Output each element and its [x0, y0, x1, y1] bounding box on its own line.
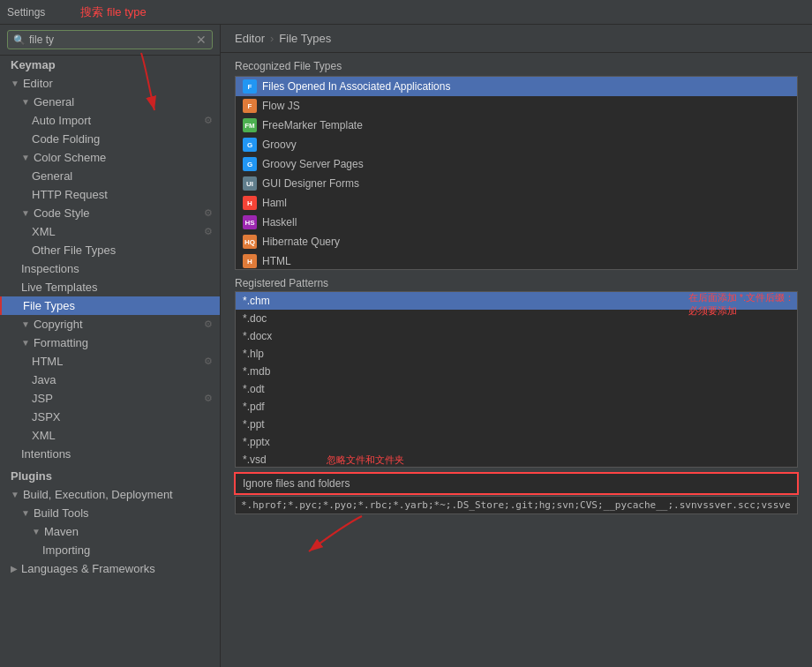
- expand-arrow-general: ▼: [21, 97, 30, 107]
- breadcrumb: Editor › File Types: [221, 25, 812, 53]
- search-wrapper: 🔍 ✕: [7, 30, 213, 49]
- file-type-icon: F: [243, 99, 257, 113]
- sidebar-item-maven[interactable]: ▼ Maven: [0, 522, 220, 541]
- pattern-item[interactable]: *.mdb: [236, 363, 797, 380]
- file-type-item[interactable]: HSHaskell: [236, 213, 797, 232]
- sidebar-item-formatting-jsp[interactable]: JSP ⚙: [0, 389, 220, 408]
- search-box: 🔍 ✕: [0, 25, 220, 56]
- add-suffix-annotation: 在后面添加 *.文件后缀：必须要添加: [688, 291, 794, 319]
- file-type-icon: G: [243, 157, 257, 171]
- file-type-item[interactable]: HHaml: [236, 193, 797, 213]
- file-type-item[interactable]: HHTML: [236, 251, 797, 270]
- sidebar-item-intentions[interactable]: Intentions: [0, 445, 220, 463]
- expand-arrow-formatting: ▼: [21, 338, 30, 348]
- file-type-item[interactable]: HQHibernate Query: [236, 232, 797, 251]
- file-type-item[interactable]: FFlow JS: [236, 96, 797, 116]
- content-panels: Recognized File Types FFiles Opened In A…: [221, 53, 812, 667]
- main-container: 🔍 ✕ Keymap ▼ Editor ▼ General Auto Impor…: [0, 25, 812, 667]
- file-type-icon: H: [243, 254, 257, 268]
- gear-icon-auto-import: ⚙: [204, 115, 213, 126]
- gear-icon-formatting-jsp: ⚙: [204, 393, 213, 404]
- file-type-name: Flow JS: [262, 100, 300, 112]
- sidebar-item-build-tools[interactable]: ▼ Build Tools: [0, 504, 220, 522]
- file-type-item[interactable]: FMFreeMarker Template: [236, 116, 797, 135]
- file-type-icon: UI: [243, 176, 257, 191]
- ignore-annotation: 忽略文件和文件夹: [327, 453, 404, 467]
- pattern-item[interactable]: *.vsd: [236, 451, 797, 468]
- file-type-name: FreeMarker Template: [262, 119, 363, 131]
- sidebar-item-live-templates[interactable]: Live Templates: [0, 278, 220, 296]
- file-type-name: Groovy: [262, 139, 297, 151]
- file-type-name: GUI Designer Forms: [262, 177, 359, 190]
- sidebar-item-inspections[interactable]: Inspections: [0, 259, 220, 278]
- file-type-item[interactable]: UIGUI Designer Forms: [236, 174, 797, 193]
- sidebar-item-copyright[interactable]: ▼ Copyright ⚙: [0, 315, 220, 334]
- recognized-label: Recognized File Types: [221, 53, 812, 76]
- sidebar-item-file-types[interactable]: File Types: [0, 296, 220, 315]
- window-title: Settings: [7, 6, 45, 19]
- file-type-icon: G: [243, 138, 257, 152]
- sidebar-item-formatting-java[interactable]: Java: [0, 371, 220, 389]
- file-type-name: HTML: [262, 255, 291, 267]
- sidebar-item-color-scheme-general[interactable]: General: [0, 167, 220, 185]
- sidebar-item-other-file-types[interactable]: Other File Types: [0, 241, 220, 259]
- breadcrumb-current: File Types: [279, 32, 331, 45]
- search-input[interactable]: [29, 34, 196, 46]
- breadcrumb-parent: Editor: [235, 32, 265, 45]
- sidebar-item-importing[interactable]: Importing: [0, 541, 220, 559]
- file-type-icon: FM: [243, 118, 257, 132]
- file-type-item[interactable]: FFiles Opened In Associated Applications: [236, 77, 797, 96]
- expand-arrow-build: ▼: [11, 490, 19, 499]
- ignore-section: 忽略文件和文件夹 Ignore files and folders: [221, 469, 812, 518]
- search-icon: 🔍: [13, 34, 26, 46]
- sidebar-item-http-request[interactable]: HTTP Request: [0, 185, 220, 204]
- expand-arrow-maven: ▼: [32, 527, 41, 536]
- sidebar-item-formatting-jspx[interactable]: JSPX: [0, 408, 220, 426]
- expand-arrow-color-scheme: ▼: [21, 153, 30, 162]
- file-types-list[interactable]: FFiles Opened In Associated Applications…: [235, 76, 798, 270]
- file-type-name: Haml: [262, 197, 287, 209]
- sidebar-item-formatting[interactable]: ▼ Formatting: [0, 334, 220, 352]
- pattern-item[interactable]: *.hlp: [236, 345, 797, 363]
- sidebar-item-auto-import[interactable]: Auto Import ⚙: [0, 111, 220, 130]
- breadcrumb-separator: ›: [270, 32, 274, 45]
- sidebar-item-xml[interactable]: XML ⚙: [0, 222, 220, 241]
- sidebar-item-formatting-xml[interactable]: XML: [0, 426, 220, 445]
- ignore-input[interactable]: [235, 496, 798, 514]
- file-type-item[interactable]: GGroovy: [236, 135, 797, 154]
- registered-label: Registered Patterns: [235, 277, 798, 291]
- sidebar: 🔍 ✕ Keymap ▼ Editor ▼ General Auto Impor…: [0, 25, 221, 667]
- file-type-name: Haskell: [262, 216, 297, 229]
- sidebar-item-editor[interactable]: ▼ Editor: [0, 74, 220, 93]
- expand-arrow-code-style: ▼: [21, 208, 30, 218]
- file-type-item[interactable]: GGroovy Server Pages: [236, 154, 797, 174]
- pattern-item[interactable]: *.pdf: [236, 398, 797, 416]
- expand-arrow-languages: ▶: [11, 564, 18, 573]
- sidebar-item-color-scheme[interactable]: ▼ Color Scheme: [0, 148, 220, 167]
- expand-arrow-editor: ▼: [11, 79, 19, 88]
- title-bar: Settings 搜索 file type: [0, 0, 812, 25]
- pattern-item[interactable]: *.pptx: [236, 433, 797, 451]
- sidebar-item-formatting-html[interactable]: HTML ⚙: [0, 352, 220, 371]
- pattern-item[interactable]: *.ppt: [236, 416, 797, 433]
- sidebar-item-build-execution[interactable]: ▼ Build, Execution, Deployment: [0, 485, 220, 504]
- gear-icon-xml: ⚙: [204, 226, 213, 237]
- gear-icon-formatting-html: ⚙: [204, 356, 213, 367]
- title-annotation: 搜索 file type: [80, 4, 146, 20]
- search-clear-icon[interactable]: ✕: [196, 33, 207, 47]
- gear-icon-copyright: ⚙: [204, 319, 213, 330]
- sidebar-item-general[interactable]: ▼ General: [0, 93, 220, 111]
- sidebar-item-keymap[interactable]: Keymap: [0, 56, 220, 74]
- sidebar-item-code-folding[interactable]: Code Folding: [0, 130, 220, 148]
- gear-icon-code-style: ⚙: [204, 207, 213, 219]
- file-type-icon: F: [243, 79, 257, 94]
- file-type-icon: HQ: [243, 235, 257, 249]
- pattern-item[interactable]: *.docx: [236, 327, 797, 345]
- file-type-name: Groovy Server Pages: [262, 158, 364, 170]
- sidebar-item-languages-frameworks[interactable]: ▶ Languages & Frameworks: [0, 559, 220, 578]
- content-panel: Editor › File Types Recognized File Type…: [221, 25, 812, 667]
- registered-section: Registered Patterns *.chm*.doc*.docx*.hl…: [221, 274, 812, 469]
- sidebar-item-code-style[interactable]: ▼ Code Style ⚙: [0, 204, 220, 222]
- pattern-item[interactable]: *.odt: [236, 380, 797, 398]
- sidebar-item-plugins[interactable]: Plugins: [0, 467, 220, 485]
